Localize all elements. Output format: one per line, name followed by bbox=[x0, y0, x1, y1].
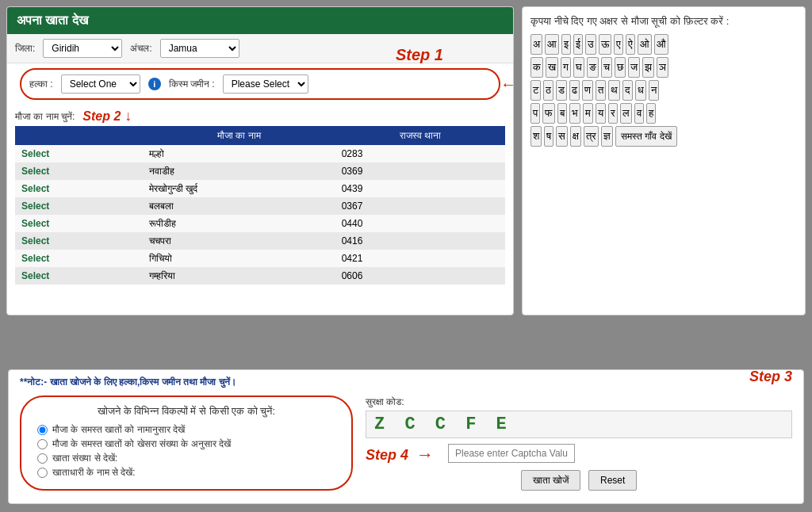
hindi-row: अआइईउऊएऐओऔ bbox=[530, 34, 797, 55]
mouja-select-link[interactable]: Select bbox=[21, 148, 49, 159]
mouja-section: मौजा का नाम चुनें: Step 2 ↓ मौजा का नाम … bbox=[7, 105, 513, 285]
hindi-filter-btn[interactable]: आ bbox=[545, 34, 559, 55]
step1-arrow-icon: ← bbox=[500, 75, 514, 94]
hindi-filter-btn[interactable]: च bbox=[601, 57, 612, 78]
btn-row: खाता खोजें Reset bbox=[366, 470, 792, 491]
hindi-filter-btn[interactable]: द bbox=[622, 80, 633, 101]
col-select-header bbox=[15, 126, 143, 145]
hindi-filter-btn[interactable]: झ bbox=[642, 57, 654, 78]
hindi-filter-btn[interactable]: ट bbox=[530, 80, 541, 101]
halka-select[interactable]: Select One bbox=[61, 75, 140, 94]
step4-arrow-icon: → bbox=[416, 445, 434, 465]
hindi-filter-btn[interactable]: ङ bbox=[587, 57, 599, 78]
hindi-filter-btn[interactable]: ऊ bbox=[599, 34, 611, 55]
mouja-table: मौजा का नाम राजस्व थाना Select मल्हो 028… bbox=[15, 126, 505, 285]
mouja-select-link[interactable]: Select bbox=[21, 270, 49, 281]
hindi-filter-btn[interactable]: ए bbox=[614, 34, 623, 55]
hindi-filter-btn[interactable]: ख bbox=[546, 57, 558, 78]
hindi-filter-btn[interactable]: ल bbox=[620, 103, 632, 124]
hindi-filter-btn[interactable]: ष bbox=[544, 126, 553, 147]
hindi-filter-btn[interactable]: इ bbox=[561, 34, 571, 55]
mouja-code: 0369 bbox=[335, 162, 505, 180]
reset-button[interactable]: Reset bbox=[588, 470, 637, 491]
mouja-name: चचपरा bbox=[143, 232, 335, 250]
hindi-filter-btn[interactable]: म bbox=[583, 103, 593, 124]
hindi-filter-btn[interactable]: उ bbox=[585, 34, 596, 55]
hindi-filter-btn[interactable]: ञ bbox=[657, 57, 668, 78]
radio-khesrawise-label: मौजा के समस्त खातों को खेसरा संख्या के अ… bbox=[52, 438, 231, 449]
hindi-filter-btn[interactable]: क bbox=[530, 57, 543, 78]
captcha-input[interactable] bbox=[448, 444, 575, 463]
hindi-filter-btn[interactable]: फ bbox=[542, 103, 555, 124]
table-row: Select मल्हो 0283 bbox=[15, 145, 505, 162]
hindi-filter-btn[interactable]: अ bbox=[530, 34, 542, 55]
hindi-filter-btn[interactable]: ज bbox=[628, 57, 640, 78]
anchal-label: अंचल: bbox=[130, 43, 151, 54]
search-options-box: खोजने के विभिन्न विकल्पों में से किसी एक… bbox=[20, 395, 353, 491]
mouja-select-link[interactable]: Select bbox=[21, 253, 49, 264]
right-panel: कृपया नीचे दिए गए अक्षर से मौजा सूची को … bbox=[522, 6, 806, 315]
mouja-name: मेरखोगुन्डी खुर्द bbox=[143, 180, 335, 197]
hindi-filter-btn[interactable]: ओ bbox=[638, 34, 652, 55]
samast-btn[interactable]: समस्त गाँव देखें bbox=[615, 126, 677, 147]
hindi-filter-btn[interactable]: श bbox=[530, 126, 542, 147]
hindi-filter-btn[interactable]: ब bbox=[557, 103, 567, 124]
hindi-filter-btn[interactable]: ठ bbox=[543, 80, 553, 101]
hindi-filter-btn[interactable]: क्ष bbox=[570, 126, 581, 147]
hindi-filter-btn[interactable]: ध bbox=[635, 80, 646, 101]
captcha-code: Z C C F E bbox=[366, 411, 792, 438]
hindi-filter-btn[interactable]: ण bbox=[582, 80, 593, 101]
radio-accountno-label: खाता संख्या से देखें: bbox=[52, 453, 117, 464]
hindi-filter-btn[interactable]: घ bbox=[573, 57, 584, 78]
search-button[interactable]: खाता खोजें bbox=[521, 470, 580, 491]
hindi-filter-btn[interactable]: त bbox=[596, 80, 606, 101]
hindi-filter-btn[interactable]: व bbox=[634, 103, 644, 124]
hindi-filter-btn[interactable]: स bbox=[556, 126, 568, 147]
halka-row: हल्का : Select One i किस्म जमीन : Please… bbox=[20, 68, 500, 100]
hindi-filter-btn[interactable]: छ bbox=[615, 57, 626, 78]
district-select[interactable]: Giridih bbox=[43, 39, 122, 58]
hindi-filter-btn[interactable]: य bbox=[596, 103, 606, 124]
mouja-code: 0416 bbox=[335, 232, 505, 250]
hindi-filter-btn[interactable]: ड bbox=[556, 80, 567, 101]
mouja-select-link[interactable]: Select bbox=[21, 183, 49, 194]
radio-option-1: मौजा के समस्त खातों को नामानुसार देखें bbox=[37, 424, 335, 435]
anchal-select[interactable]: Jamua bbox=[160, 39, 239, 58]
mouja-select-link[interactable]: Select bbox=[21, 166, 49, 177]
hindi-filter-btn[interactable]: ह bbox=[646, 103, 656, 124]
hindi-filter-btn[interactable]: ग bbox=[561, 57, 571, 78]
step4-label: Step 4 bbox=[366, 447, 408, 464]
halka-label: हल्का : bbox=[29, 78, 53, 90]
mouja-select-link[interactable]: Select bbox=[21, 218, 49, 229]
radio-holdername[interactable] bbox=[37, 468, 48, 478]
hindi-filter-btn[interactable]: औ bbox=[654, 34, 668, 55]
hindi-filter-btn[interactable]: ढ bbox=[569, 80, 580, 101]
hindi-filter-btn[interactable]: भ bbox=[569, 103, 580, 124]
hindi-filter-btn[interactable]: प bbox=[530, 103, 540, 124]
search-options-title: खोजने के विभिन्न विकल्पों में से किसी एक… bbox=[37, 405, 335, 418]
hindi-filter-btn[interactable]: न bbox=[649, 80, 659, 101]
mouja-select-link[interactable]: Select bbox=[21, 201, 49, 212]
kism-select[interactable]: Please Select bbox=[223, 75, 308, 94]
mouja-name: मल्हो bbox=[143, 145, 335, 162]
radio-accountno[interactable] bbox=[37, 453, 48, 464]
mouja-select-link[interactable]: Select bbox=[21, 235, 49, 246]
hindi-filter-btn[interactable]: ई bbox=[573, 34, 583, 55]
mouja-name: रूपीडीह bbox=[143, 215, 335, 232]
mouja-select-label: मौजा का नाम चुनें: bbox=[15, 111, 75, 122]
mouja-name: नवाडीह bbox=[143, 162, 335, 180]
radio-option-3: खाता संख्या से देखें: bbox=[37, 453, 335, 464]
radio-namewise[interactable] bbox=[37, 425, 48, 435]
radio-namewise-label: मौजा के समस्त खातों को नामानुसार देखें bbox=[52, 424, 185, 435]
hindi-filter-btn[interactable]: ज्ञ bbox=[601, 126, 613, 147]
info-icon[interactable]: i bbox=[148, 78, 161, 90]
hindi-filter-btn[interactable]: र bbox=[608, 103, 618, 124]
mouja-header: मौजा का नाम चुनें: Step 2 ↓ bbox=[15, 108, 505, 124]
table-row: Select नवाडीह 0369 bbox=[15, 162, 505, 180]
hindi-filter-btn[interactable]: ऐ bbox=[626, 34, 635, 55]
mouja-code: 0606 bbox=[335, 267, 505, 285]
mouja-name: बलबला bbox=[143, 197, 335, 215]
radio-khesrawise[interactable] bbox=[37, 439, 48, 449]
hindi-filter-btn[interactable]: त्र bbox=[584, 126, 599, 147]
hindi-filter-btn[interactable]: थ bbox=[608, 80, 620, 101]
